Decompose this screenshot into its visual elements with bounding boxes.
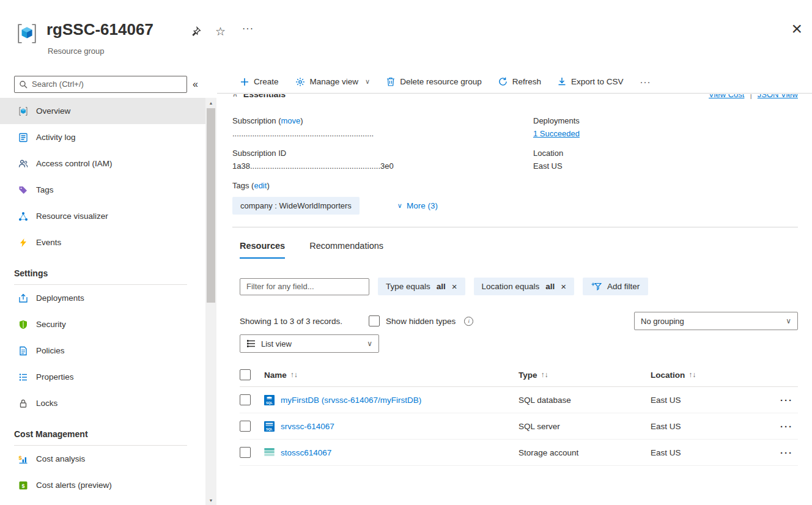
tab-recommendations[interactable]: Recommendations — [309, 241, 383, 259]
scrollbar-thumb[interactable] — [207, 108, 215, 303]
sidebar-item-events[interactable]: Events — [0, 229, 205, 256]
table-row: stossc614067 Storage account East US ··· — [240, 440, 798, 466]
scrollbar-up-icon[interactable]: ▲ — [205, 98, 216, 108]
tag-chip[interactable]: company : WideWorldImporters — [232, 197, 360, 215]
sort-icon: ↑↓ — [541, 370, 548, 379]
azure-portal-resource-group-page: rgSSC-614067 Resource group ☆ ··· × « Ov… — [0, 0, 812, 505]
sql-server-icon: SQL — [264, 421, 275, 432]
view-selector-dropdown[interactable]: List view ∨ — [240, 334, 379, 353]
sidebar-nav: Overview Activity log Access control (IA… — [0, 98, 205, 505]
sidebar-item-policies[interactable]: Policies — [0, 337, 205, 364]
storage-account-icon — [264, 448, 275, 458]
location-label: Location — [533, 149, 798, 158]
favorite-star-icon[interactable]: ☆ — [215, 24, 226, 39]
records-bar: Showing 1 to 3 of 3 records. Show hidden… — [240, 312, 798, 330]
sidebar-item-tags[interactable]: Tags — [0, 177, 205, 203]
grouping-dropdown[interactable]: No grouping ∨ — [634, 312, 798, 330]
row-actions-icon[interactable]: ··· — [762, 395, 798, 405]
refresh-button[interactable]: Refresh — [498, 77, 541, 86]
subscription-value: ........................................… — [232, 129, 533, 138]
sidebar-item-label: Locks — [36, 399, 57, 408]
command-bar-more-icon[interactable]: ··· — [640, 76, 651, 87]
info-icon[interactable]: i — [464, 317, 473, 326]
sidebar-item-label: Events — [36, 238, 61, 247]
scrollbar-down-icon[interactable]: ▼ — [205, 495, 216, 505]
show-hidden-types-toggle[interactable]: Show hidden types i — [369, 315, 473, 326]
show-hidden-checkbox[interactable] — [369, 315, 380, 326]
chevron-down-icon: ∨ — [367, 339, 372, 348]
sidebar-item-cost-analysis[interactable]: $ Cost analysis — [0, 446, 205, 472]
sidebar-item-access-control[interactable]: Access control (IAM) — [0, 150, 205, 177]
filter-chip-location[interactable]: Location equals all × — [474, 278, 574, 295]
plus-icon — [240, 78, 249, 86]
sidebar-item-security[interactable]: Security — [0, 311, 205, 337]
column-header-name[interactable]: Name ↑↓ — [264, 370, 519, 380]
json-view-link[interactable]: JSON View — [758, 94, 798, 99]
row-actions-icon[interactable]: ··· — [762, 421, 798, 432]
tags-icon — [18, 185, 28, 195]
column-header-location[interactable]: Location ↑↓ — [651, 370, 762, 380]
resource-link[interactable]: srvssc-614067 — [281, 422, 334, 431]
sidebar-item-activity-log[interactable]: Activity log — [0, 124, 205, 150]
move-link[interactable]: move — [281, 116, 300, 125]
chevron-down-icon: ∨ — [365, 78, 370, 86]
events-icon — [18, 238, 28, 248]
sidebar-item-locks[interactable]: Locks — [0, 390, 205, 416]
resource-location: East US — [651, 396, 762, 405]
shield-icon — [18, 320, 28, 330]
overview-icon — [18, 106, 28, 116]
row-checkbox[interactable] — [240, 394, 251, 405]
create-button[interactable]: Create — [240, 77, 279, 86]
subscription-label: Subscription (move) — [232, 116, 533, 125]
resource-link[interactable]: stossc614067 — [281, 448, 331, 457]
resource-type: SQL server — [519, 422, 651, 431]
filter-chip-type[interactable]: Type equals all × — [378, 278, 465, 295]
deployments-succeeded-link[interactable]: 1 Succeeded — [533, 129, 580, 138]
close-icon[interactable]: × — [791, 20, 802, 38]
sidebar-item-properties[interactable]: Properties — [0, 364, 205, 390]
sidebar-section-cost-management: Cost Management — [0, 416, 205, 445]
sidebar-item-overview[interactable]: Overview — [0, 98, 205, 124]
resource-visualizer-icon — [18, 212, 28, 221]
row-actions-icon[interactable]: ··· — [762, 448, 798, 458]
sidebar-item-deployments[interactable]: Deployments — [0, 285, 205, 311]
delete-resource-group-button[interactable]: Delete resource group — [386, 77, 482, 86]
sidebar-item-resource-visualizer[interactable]: Resource visualizer — [0, 203, 205, 229]
download-icon — [558, 77, 566, 86]
more-tags-link[interactable]: ∨ More (3) — [397, 201, 438, 210]
resource-location: East US — [651, 448, 762, 457]
export-to-csv-button[interactable]: Export to CSV — [558, 77, 624, 86]
location-value: East US — [533, 161, 798, 171]
row-checkbox[interactable] — [240, 447, 251, 458]
remove-filter-icon[interactable]: × — [561, 282, 566, 291]
resource-link[interactable]: myFirstDB (srvssc-614067/myFirstDB) — [281, 396, 421, 405]
tab-resources[interactable]: Resources — [240, 241, 285, 259]
remove-filter-icon[interactable]: × — [452, 282, 457, 291]
properties-icon — [18, 372, 28, 382]
edit-tags-link[interactable]: edit — [254, 181, 267, 190]
pin-icon[interactable] — [191, 26, 201, 39]
list-view-icon — [246, 340, 256, 347]
search-input[interactable] — [14, 76, 187, 93]
chevron-down-icon: ∨ — [397, 202, 402, 210]
sidebar-item-label: Security — [36, 320, 66, 329]
essentials-toggle[interactable]: ∧ Essentials — [232, 94, 286, 99]
sidebar-item-label: Overview — [36, 106, 70, 116]
svg-text:$: $ — [21, 482, 24, 488]
sidebar-item-cost-alerts[interactable]: $ Cost alerts (preview) — [0, 472, 205, 498]
sidebar-scrollbar[interactable]: ▲ ▼ — [205, 98, 216, 505]
sidebar-item-label: Cost analysis — [36, 454, 85, 463]
sidebar-item-label: Access control (IAM) — [36, 159, 113, 168]
manage-view-button[interactable]: Manage view ∨ — [295, 77, 371, 87]
row-checkbox[interactable] — [240, 421, 251, 432]
add-filter-button[interactable]: Add filter — [583, 278, 648, 295]
filter-input[interactable] — [240, 278, 369, 295]
sidebar-item-label: Cost alerts (preview) — [36, 481, 112, 490]
separator: | — [750, 94, 751, 99]
select-all-checkbox[interactable] — [240, 369, 251, 380]
column-header-type[interactable]: Type ↑↓ — [519, 370, 651, 380]
header-more-icon[interactable]: ··· — [242, 23, 254, 34]
view-cost-link[interactable]: View Cost — [709, 94, 744, 99]
collapse-sidebar-icon[interactable]: « — [193, 79, 198, 90]
table-row: SQL srvssc-614067 SQL server East US ··· — [240, 413, 798, 440]
